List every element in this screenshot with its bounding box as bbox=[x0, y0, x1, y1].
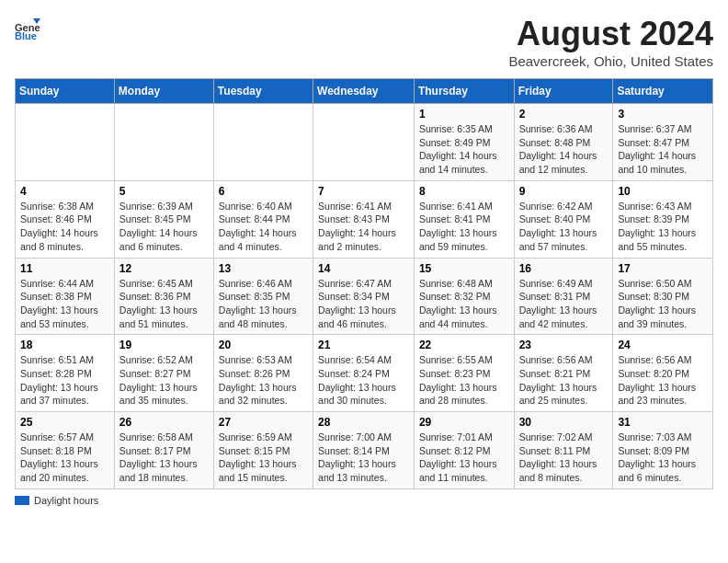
calendar-cell: 13Sunrise: 6:46 AM Sunset: 8:35 PM Dayli… bbox=[213, 258, 313, 335]
day-info: Sunrise: 6:53 AM Sunset: 8:26 PM Dayligh… bbox=[219, 353, 308, 408]
day-info: Sunrise: 6:59 AM Sunset: 8:15 PM Dayligh… bbox=[219, 431, 308, 485]
calendar-cell bbox=[313, 104, 415, 181]
day-info: Sunrise: 6:44 AM Sunset: 8:38 PM Dayligh… bbox=[20, 277, 109, 331]
main-title: August 2024 bbox=[508, 15, 713, 53]
day-info: Sunrise: 6:35 AM Sunset: 8:49 PM Dayligh… bbox=[419, 122, 509, 177]
week-row-3: 11Sunrise: 6:44 AM Sunset: 8:38 PM Dayli… bbox=[16, 258, 713, 335]
day-info: Sunrise: 6:41 AM Sunset: 8:41 PM Dayligh… bbox=[419, 200, 509, 254]
day-info: Sunrise: 6:56 AM Sunset: 8:21 PM Dayligh… bbox=[519, 353, 609, 408]
col-header-saturday: Saturday bbox=[613, 79, 713, 104]
calendar-cell: 6Sunrise: 6:40 AM Sunset: 8:44 PM Daylig… bbox=[213, 180, 313, 258]
calendar-cell: 18Sunrise: 6:51 AM Sunset: 8:28 PM Dayli… bbox=[16, 335, 115, 412]
day-info: Sunrise: 6:43 AM Sunset: 8:39 PM Dayligh… bbox=[618, 200, 708, 254]
day-info: Sunrise: 7:01 AM Sunset: 8:12 PM Dayligh… bbox=[419, 431, 509, 485]
day-info: Sunrise: 6:45 AM Sunset: 8:36 PM Dayligh… bbox=[119, 277, 209, 331]
calendar-cell: 10Sunrise: 6:43 AM Sunset: 8:39 PM Dayli… bbox=[613, 180, 713, 258]
day-number: 3 bbox=[618, 108, 708, 121]
calendar-cell: 17Sunrise: 6:50 AM Sunset: 8:30 PM Dayli… bbox=[613, 258, 713, 335]
calendar-cell: 19Sunrise: 6:52 AM Sunset: 8:27 PM Dayli… bbox=[114, 335, 213, 412]
calendar-cell: 2Sunrise: 6:36 AM Sunset: 8:48 PM Daylig… bbox=[514, 104, 613, 181]
day-number: 16 bbox=[519, 262, 609, 275]
day-number: 23 bbox=[519, 339, 609, 351]
calendar-cell: 29Sunrise: 7:01 AM Sunset: 8:12 PM Dayli… bbox=[414, 412, 514, 489]
calendar-cell: 21Sunrise: 6:54 AM Sunset: 8:24 PM Dayli… bbox=[313, 335, 415, 412]
calendar-cell: 16Sunrise: 6:49 AM Sunset: 8:31 PM Dayli… bbox=[514, 258, 613, 335]
day-number: 12 bbox=[119, 262, 209, 275]
calendar-cell: 28Sunrise: 7:00 AM Sunset: 8:14 PM Dayli… bbox=[313, 412, 415, 489]
day-info: Sunrise: 6:37 AM Sunset: 8:47 PM Dayligh… bbox=[618, 122, 708, 177]
day-number: 28 bbox=[318, 416, 409, 429]
calendar-cell: 8Sunrise: 6:41 AM Sunset: 8:41 PM Daylig… bbox=[414, 180, 514, 258]
day-info: Sunrise: 6:40 AM Sunset: 8:44 PM Dayligh… bbox=[219, 200, 308, 254]
calendar-cell bbox=[16, 104, 115, 181]
day-info: Sunrise: 6:46 AM Sunset: 8:35 PM Dayligh… bbox=[219, 277, 308, 331]
calendar-cell: 15Sunrise: 6:48 AM Sunset: 8:32 PM Dayli… bbox=[414, 258, 514, 335]
week-row-5: 25Sunrise: 6:57 AM Sunset: 8:18 PM Dayli… bbox=[16, 412, 713, 489]
day-info: Sunrise: 6:42 AM Sunset: 8:40 PM Dayligh… bbox=[519, 200, 609, 254]
day-number: 27 bbox=[219, 416, 308, 429]
svg-text:Blue: Blue bbox=[15, 30, 37, 40]
day-number: 30 bbox=[519, 416, 609, 429]
calendar-cell: 22Sunrise: 6:55 AM Sunset: 8:23 PM Dayli… bbox=[414, 335, 514, 412]
day-number: 26 bbox=[119, 416, 209, 429]
logo-icon: General Blue bbox=[15, 15, 40, 40]
calendar-cell: 3Sunrise: 6:37 AM Sunset: 8:47 PM Daylig… bbox=[613, 104, 713, 181]
day-info: Sunrise: 6:38 AM Sunset: 8:46 PM Dayligh… bbox=[20, 200, 109, 254]
day-info: Sunrise: 6:52 AM Sunset: 8:27 PM Dayligh… bbox=[119, 353, 209, 408]
calendar-cell: 23Sunrise: 6:56 AM Sunset: 8:21 PM Dayli… bbox=[514, 335, 613, 412]
subtitle: Beavercreek, Ohio, United States bbox=[508, 53, 713, 69]
week-row-2: 4Sunrise: 6:38 AM Sunset: 8:46 PM Daylig… bbox=[16, 180, 713, 258]
day-number: 20 bbox=[219, 339, 308, 351]
day-info: Sunrise: 6:36 AM Sunset: 8:48 PM Dayligh… bbox=[519, 122, 609, 177]
day-number: 11 bbox=[20, 262, 109, 275]
day-number: 4 bbox=[20, 185, 109, 198]
day-info: Sunrise: 6:47 AM Sunset: 8:34 PM Dayligh… bbox=[318, 277, 409, 331]
day-number: 8 bbox=[419, 185, 509, 198]
day-info: Sunrise: 7:02 AM Sunset: 8:11 PM Dayligh… bbox=[519, 431, 609, 485]
col-header-friday: Friday bbox=[514, 79, 613, 104]
day-number: 21 bbox=[318, 339, 409, 351]
day-info: Sunrise: 6:39 AM Sunset: 8:45 PM Dayligh… bbox=[119, 200, 209, 254]
day-number: 24 bbox=[618, 339, 708, 351]
day-number: 5 bbox=[119, 185, 209, 198]
day-info: Sunrise: 7:00 AM Sunset: 8:14 PM Dayligh… bbox=[318, 431, 409, 485]
day-number: 13 bbox=[219, 262, 308, 275]
day-info: Sunrise: 7:03 AM Sunset: 8:09 PM Dayligh… bbox=[618, 431, 708, 485]
day-number: 1 bbox=[419, 108, 509, 121]
calendar-cell: 1Sunrise: 6:35 AM Sunset: 8:49 PM Daylig… bbox=[414, 104, 514, 181]
day-number: 15 bbox=[419, 262, 509, 275]
day-info: Sunrise: 6:54 AM Sunset: 8:24 PM Dayligh… bbox=[318, 353, 409, 408]
day-number: 10 bbox=[618, 185, 708, 198]
calendar-table: SundayMondayTuesdayWednesdayThursdayFrid… bbox=[15, 78, 713, 489]
calendar-cell: 31Sunrise: 7:03 AM Sunset: 8:09 PM Dayli… bbox=[613, 412, 713, 489]
day-number: 25 bbox=[20, 416, 109, 429]
legend-color-box bbox=[15, 496, 29, 505]
day-number: 29 bbox=[419, 416, 509, 429]
title-area: August 2024 Beavercreek, Ohio, United St… bbox=[508, 15, 713, 69]
day-info: Sunrise: 6:41 AM Sunset: 8:43 PM Dayligh… bbox=[318, 200, 409, 254]
day-info: Sunrise: 6:55 AM Sunset: 8:23 PM Dayligh… bbox=[419, 353, 509, 408]
day-number: 19 bbox=[119, 339, 209, 351]
calendar-cell: 26Sunrise: 6:58 AM Sunset: 8:17 PM Dayli… bbox=[114, 412, 213, 489]
calendar-cell: 9Sunrise: 6:42 AM Sunset: 8:40 PM Daylig… bbox=[514, 180, 613, 258]
calendar-cell: 25Sunrise: 6:57 AM Sunset: 8:18 PM Dayli… bbox=[16, 412, 115, 489]
col-header-tuesday: Tuesday bbox=[213, 79, 313, 104]
calendar-cell: 27Sunrise: 6:59 AM Sunset: 8:15 PM Dayli… bbox=[213, 412, 313, 489]
day-number: 2 bbox=[519, 108, 609, 121]
calendar-cell bbox=[114, 104, 213, 181]
legend-label: Daylight hours bbox=[34, 495, 98, 506]
day-number: 7 bbox=[318, 185, 409, 198]
col-header-wednesday: Wednesday bbox=[313, 79, 415, 104]
col-header-monday: Monday bbox=[114, 79, 213, 104]
calendar-cell: 12Sunrise: 6:45 AM Sunset: 8:36 PM Dayli… bbox=[114, 258, 213, 335]
col-header-thursday: Thursday bbox=[414, 79, 514, 104]
calendar-cell: 4Sunrise: 6:38 AM Sunset: 8:46 PM Daylig… bbox=[16, 180, 115, 258]
day-info: Sunrise: 6:58 AM Sunset: 8:17 PM Dayligh… bbox=[119, 431, 209, 485]
header-row: SundayMondayTuesdayWednesdayThursdayFrid… bbox=[16, 79, 713, 104]
col-header-sunday: Sunday bbox=[16, 79, 115, 104]
logo: General Blue bbox=[15, 15, 42, 40]
calendar-cell: 24Sunrise: 6:56 AM Sunset: 8:20 PM Dayli… bbox=[613, 335, 713, 412]
day-number: 31 bbox=[618, 416, 708, 429]
calendar-cell: 14Sunrise: 6:47 AM Sunset: 8:34 PM Dayli… bbox=[313, 258, 415, 335]
day-info: Sunrise: 6:56 AM Sunset: 8:20 PM Dayligh… bbox=[618, 353, 708, 408]
